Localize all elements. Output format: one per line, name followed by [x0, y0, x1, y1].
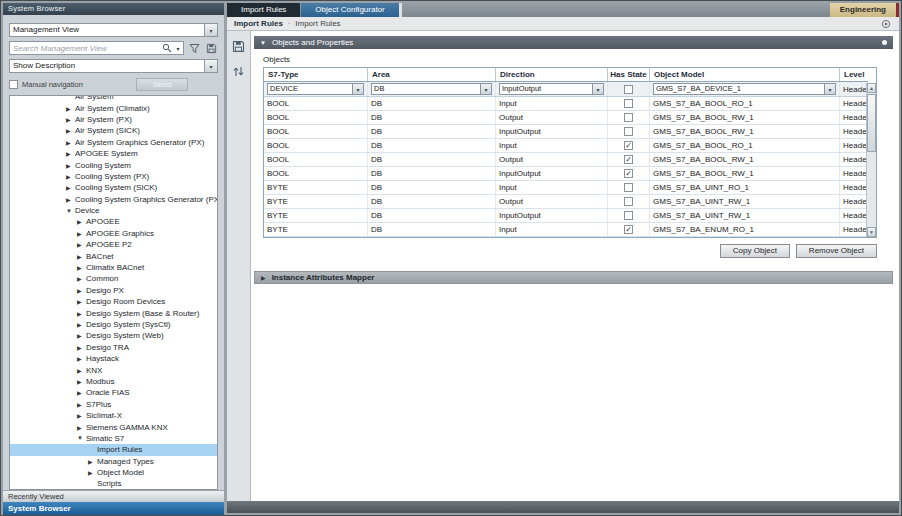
tree-item[interactable]: ▶KNX — [10, 364, 217, 375]
collapse-icon[interactable]: ▼ — [260, 40, 266, 46]
expand-icon[interactable]: ▶ — [77, 412, 86, 419]
expand-icon[interactable]: ▶ — [77, 287, 86, 294]
tree-item[interactable]: ▶Desigo Room Devices — [10, 296, 217, 307]
tree-item[interactable]: ▶Air System (SICK) — [10, 125, 217, 136]
has-state-checkbox[interactable] — [624, 169, 633, 178]
instance-attributes-mapper-header[interactable]: ▶ Instance Attributes Mapper — [254, 271, 893, 284]
tree-item[interactable]: ▶Desigo TRA — [10, 342, 217, 353]
table-row[interactable]: BYTEDBOutputGMS_S7_BA_UINT_RW_1Header — [264, 195, 868, 209]
description-selector[interactable]: Show Description ▾ — [9, 59, 218, 73]
expand-icon[interactable]: ▶ — [77, 310, 86, 317]
chevron-down-icon[interactable]: ▾ — [352, 84, 363, 94]
tree-item[interactable]: ▶Cooling System — [10, 159, 217, 170]
expand-icon[interactable]: ▶ — [77, 218, 86, 225]
target-icon[interactable] — [881, 19, 891, 29]
filter-icon[interactable] — [187, 41, 201, 55]
scrollbar-thumb[interactable] — [867, 94, 876, 152]
tree-item[interactable]: ▶Common — [10, 273, 217, 284]
chevron-down-icon[interactable]: ▾ — [480, 84, 491, 94]
expand-icon[interactable]: ▶ — [77, 264, 86, 271]
expand-icon[interactable]: ▶ — [77, 253, 86, 260]
chevron-down-icon[interactable]: ▾ — [204, 60, 217, 72]
collapse-icon[interactable]: ▼ — [77, 435, 86, 441]
tree-item[interactable]: ▶Cooling System Graphics Generator (PX) — [10, 194, 217, 205]
expand-icon[interactable]: ▶ — [77, 275, 86, 282]
column-header-object-model[interactable]: Object Model — [650, 68, 840, 81]
has-state-checkbox[interactable] — [624, 99, 633, 108]
table-row[interactable]: BOOLDBOutputGMS_S7_BA_BOOL_RW_1Header — [264, 111, 868, 125]
expand-icon[interactable]: ▶ — [77, 321, 86, 328]
tree-item[interactable]: ▶Desigo System (SysCtl) — [10, 319, 217, 330]
object-model-dropdown[interactable]: GMS_S7_BA_DEVICE_1 ▾ — [653, 83, 836, 95]
column-header-level[interactable]: Level — [840, 68, 868, 81]
expand-icon[interactable]: ▶ — [66, 173, 75, 180]
has-state-checkbox[interactable] — [624, 211, 633, 220]
table-row[interactable]: BYTEDBInputGMS_S7_BA_UINT_RO_1Header — [264, 181, 868, 195]
tree-item[interactable]: ▶Desigo System (Web) — [10, 330, 217, 341]
tree-item[interactable]: ▶Air System (PX) — [10, 114, 217, 125]
tree-item[interactable]: ▶Managed Types — [10, 456, 217, 467]
chevron-down-icon[interactable]: ▾ — [204, 24, 217, 36]
expand-icon[interactable]: ▶ — [77, 298, 86, 305]
has-state-checkbox[interactable] — [624, 113, 633, 122]
send-button[interactable]: Send — [136, 78, 188, 91]
expand-icon[interactable]: ▶ — [66, 184, 75, 191]
table-row[interactable]: BOOLDBInputGMS_S7_BA_BOOL_RO_1Header — [264, 97, 868, 111]
tree-item[interactable]: ▶APOGEE Graphics — [10, 228, 217, 239]
expand-icon[interactable]: ▶ — [66, 116, 75, 123]
manual-navigation-checkbox[interactable] — [9, 80, 18, 89]
expand-icon[interactable]: ▶ — [66, 127, 75, 134]
table-row[interactable]: BOOLDBInputOutputGMS_S7_BA_BOOL_RW_1Head… — [264, 125, 868, 139]
has-state-checkbox[interactable] — [624, 197, 633, 206]
table-row[interactable]: BOOLDBInputGMS_S7_BA_BOOL_RO_1Header — [264, 139, 868, 153]
expand-icon[interactable]: ▶ — [66, 150, 75, 157]
copy-object-button[interactable]: Copy Object — [720, 244, 790, 258]
column-header-area[interactable]: Area — [368, 68, 496, 81]
tree-item[interactable]: ▶Cooling System (SICK) — [10, 182, 217, 193]
has-state-checkbox[interactable] — [624, 225, 633, 234]
expand-icon[interactable]: ▶ — [77, 424, 86, 431]
tree-item[interactable]: ▼Device — [10, 205, 217, 216]
tree-item[interactable]: ▶Desigo System (Base & Router) — [10, 307, 217, 318]
tree-item[interactable]: ▶Cooling System (PX) — [10, 171, 217, 182]
chevron-down-icon[interactable]: ▾ — [592, 84, 603, 94]
has-state-checkbox[interactable] — [624, 155, 633, 164]
tree-item[interactable]: Scripts — [10, 478, 217, 489]
view-selector[interactable]: Management View ▾ — [9, 23, 218, 37]
tree-item[interactable]: ▶Air System (Climatix) — [10, 102, 217, 113]
expand-icon[interactable]: ▶ — [88, 469, 97, 476]
expand-icon[interactable]: ▶ — [77, 401, 86, 408]
tree-item[interactable]: Import Rules — [10, 444, 217, 455]
expand-icon[interactable]: ▶ — [66, 196, 75, 203]
expand-icon[interactable]: ▶ — [77, 344, 86, 351]
tree-item[interactable]: ▶Air System Graphics Generator (PX) — [10, 137, 217, 148]
tree-item[interactable]: ▶Siemens GAMMA KNX — [10, 421, 217, 432]
tree-item[interactable]: ▶APOGEE P2 — [10, 239, 217, 250]
tree-item[interactable]: ▶Haystack — [10, 353, 217, 364]
tree-item[interactable]: ▶APOGEE System — [10, 148, 217, 159]
expand-icon[interactable]: ▶ — [66, 162, 75, 169]
expand-icon[interactable]: ▶ — [77, 332, 86, 339]
area-dropdown[interactable]: DB ▾ — [371, 83, 492, 95]
column-header-direction[interactable]: Direction — [496, 68, 608, 81]
has-state-checkbox[interactable] — [624, 183, 633, 192]
tree-item[interactable]: ▶S7Plus — [10, 399, 217, 410]
recently-viewed-bar[interactable]: Recently Viewed — [3, 490, 224, 502]
column-header-s7-type[interactable]: S7-Type — [264, 68, 368, 81]
objects-and-properties-header[interactable]: ▼ Objects and Properties — [254, 36, 893, 49]
table-row[interactable]: BYTEDBInputOutputGMS_S7_BA_UINT_RW_1Head… — [264, 209, 868, 223]
expand-icon[interactable]: ▶ — [77, 355, 86, 362]
tree-item[interactable]: ▶APOGEE — [10, 216, 217, 227]
has-state-checkbox[interactable] — [624, 127, 633, 136]
column-header-has-state[interactable]: Has State — [608, 68, 650, 81]
expand-icon[interactable]: ▶ — [77, 389, 86, 396]
breadcrumb-root[interactable]: Import Rules — [234, 19, 283, 28]
vertical-scrollbar[interactable]: ▲ ▼ — [866, 83, 876, 237]
scroll-down-icon[interactable]: ▼ — [867, 227, 876, 237]
search-icon[interactable] — [161, 43, 173, 53]
tab-import-rules[interactable]: Import Rules — [227, 3, 300, 17]
chevron-down-icon[interactable]: ▾ — [824, 84, 835, 94]
search-input-wrap[interactable]: ▾ — [9, 41, 184, 55]
search-input[interactable] — [10, 44, 161, 53]
expand-icon[interactable]: ▶ — [66, 105, 75, 112]
